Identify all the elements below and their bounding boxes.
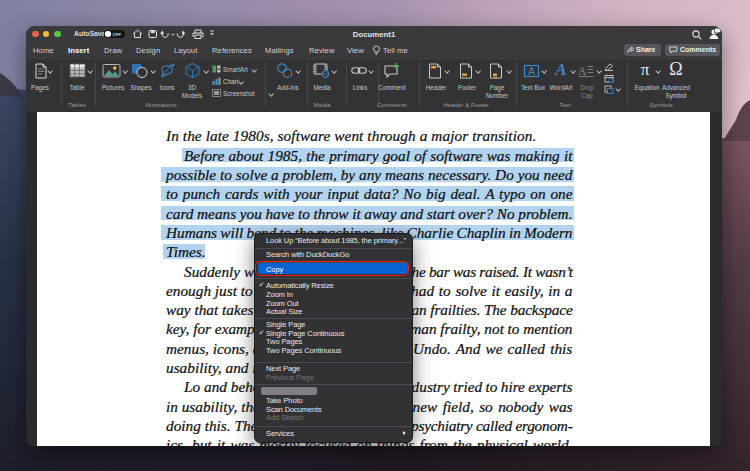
svg-text:A: A — [578, 64, 587, 78]
svg-text:A: A — [528, 66, 535, 77]
